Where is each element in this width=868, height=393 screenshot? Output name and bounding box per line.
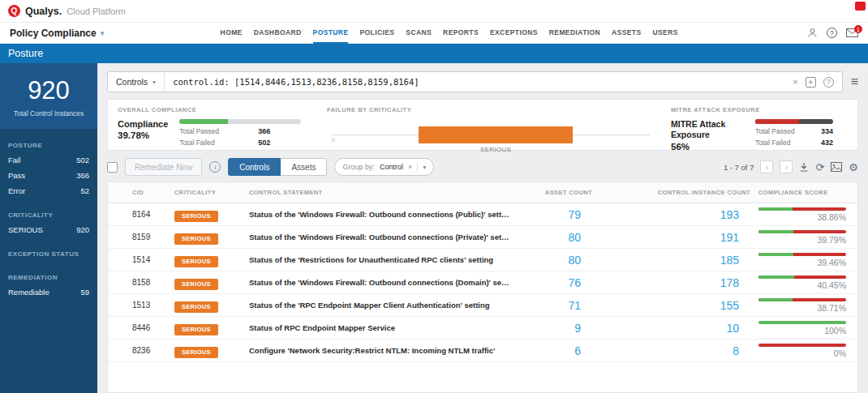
control-statement-link[interactable]: Configure 'Network Security:Restrict NTL… [249, 346, 519, 355]
table-row[interactable]: 8164 SERIOUS Status of the 'Windows Fire… [108, 203, 857, 226]
control-statement-link[interactable]: Status of the 'Restrictions for Unauthen… [249, 255, 519, 264]
criticality-badge: SERIOUS [174, 301, 218, 313]
instance-count-link[interactable]: 8 [600, 344, 758, 357]
group-by-chip[interactable]: Group by: Control × ▾ [334, 158, 434, 176]
col-statement[interactable]: CONTROL STATEMENT [249, 189, 519, 196]
view-toggle-controls[interactable]: Controls [228, 158, 281, 176]
view-toggle-assets[interactable]: Assets [281, 158, 327, 176]
export-image-icon[interactable] [831, 162, 842, 172]
remediate-now-button[interactable]: Remediate Now [125, 158, 202, 176]
table-row[interactable]: 8159 SERIOUS Status of the 'Windows Fire… [108, 226, 857, 249]
control-statement-link[interactable]: Status of the 'Windows Firewall: Outboun… [249, 278, 519, 287]
mail-badge: 1 [854, 25, 862, 33]
remove-group-by-icon[interactable]: × [408, 163, 412, 171]
control-statement-link[interactable]: Status of the 'Windows Firewall: Outboun… [249, 210, 519, 219]
facet-item-fail[interactable]: Fail 502 [0, 152, 97, 168]
nav-item-assets[interactable]: ASSETS [612, 23, 641, 44]
asset-count-link[interactable]: 71 [519, 299, 600, 312]
asset-count-link[interactable]: 6 [519, 344, 600, 357]
table-row[interactable]: 8446 SERIOUS Status of RPC Endpoint Mapp… [108, 317, 857, 340]
failure-axis-zero: 0 [332, 137, 335, 143]
controls-table: CID CRITICALITY CONTROL STATEMENT ASSET … [107, 182, 858, 393]
notifications-button[interactable]: 1 [846, 28, 858, 37]
col-instance-count[interactable]: CONTROL INSTANCE COUNT [600, 189, 758, 196]
serious-failure-bar[interactable] [419, 126, 573, 143]
help-icon[interactable]: ? [827, 28, 837, 38]
nav-item-remediation[interactable]: REMEDIATION [549, 23, 600, 44]
failure-bar-chart: 0 SERIOUS [327, 119, 655, 153]
download-icon[interactable] [799, 162, 809, 172]
asset-count-link[interactable]: 80 [519, 231, 600, 244]
compliance-score-cell: 38.71% [758, 298, 857, 313]
total-value: 920 [5, 76, 92, 105]
asset-count-link[interactable]: 9 [519, 322, 600, 335]
compliance-score-bar [758, 344, 846, 347]
instance-count-link[interactable]: 155 [600, 299, 758, 312]
next-page-button[interactable]: › [780, 160, 793, 173]
control-statement-link[interactable]: Status of RPC Endpoint Mapper Service [249, 323, 519, 332]
search-query-input[interactable] [165, 77, 784, 87]
search-row: Controls ▾ × + ? ≡ [107, 71, 858, 92]
view-toggle: Controls Assets [228, 158, 327, 176]
overall-compliance-title: OVERALL COMPLIANCE [118, 106, 311, 113]
table-row[interactable]: 1513 SERIOUS Status of the 'RPC Endpoint… [108, 294, 857, 317]
asset-count-link[interactable]: 76 [519, 276, 600, 289]
col-criticality[interactable]: CRITICALITY [174, 189, 249, 196]
table-row[interactable]: 1514 SERIOUS Status of the 'Restrictions… [108, 249, 857, 271]
facet-item-pass[interactable]: Pass 366 [0, 168, 97, 183]
select-all-checkbox[interactable] [107, 162, 118, 173]
facet-item-error[interactable]: Error 52 [0, 183, 97, 199]
module-selector[interactable]: Policy Compliance ▾ [10, 28, 156, 39]
asset-count-link[interactable]: 79 [519, 208, 600, 221]
prev-page-button[interactable]: ‹ [760, 160, 773, 173]
criticality-badge: SERIOUS [174, 256, 218, 267]
instance-count-link[interactable]: 193 [600, 208, 758, 221]
info-icon[interactable]: i [209, 161, 221, 173]
compliance-score-bar [758, 321, 846, 324]
corner-notification-badge[interactable] [855, 2, 866, 11]
nav-item-home[interactable]: HOME [221, 23, 243, 44]
compliance-value: 39.78% [118, 130, 168, 140]
qualys-logo-icon: Q [8, 5, 20, 17]
facet-title-criticality: CRITICALITY [8, 211, 89, 219]
col-compliance-score[interactable]: COMPLIANCE SCORE [758, 189, 857, 196]
user-icon[interactable] [807, 28, 818, 38]
nav-item-policies[interactable]: POLICIES [359, 23, 394, 44]
instance-count-link[interactable]: 185 [600, 254, 758, 267]
instance-count-link[interactable]: 191 [600, 231, 758, 244]
group-by-chevron-icon[interactable]: ▾ [423, 164, 426, 171]
facet-item-remediable[interactable]: Remediable 59 [0, 284, 97, 300]
control-statement-link[interactable]: Status of the 'RPC Endpoint Mapper Clien… [249, 301, 519, 310]
total-control-instances: 920 Total Control Instances [0, 63, 97, 129]
criticality-badge: SERIOUS [174, 211, 218, 222]
col-cid[interactable]: CID [132, 189, 174, 196]
nav-item-users[interactable]: USERS [652, 23, 677, 44]
facet-title-posture: POSTURE [8, 142, 89, 149]
nav-item-exceptions[interactable]: EXCEPTIONS [490, 23, 538, 44]
search-help-icon[interactable]: ? [823, 77, 834, 88]
topbar: Q Qualys. Cloud Platform [0, 0, 868, 23]
search-scope-dropdown[interactable]: Controls ▾ [108, 72, 165, 92]
menu-icon[interactable]: ≡ [851, 75, 858, 89]
compliance-score-cell: 0% [758, 344, 857, 358]
mitre-progress-bar [755, 119, 833, 124]
summary-card: OVERALL COMPLIANCE Compliance 39.78% Tot… [107, 99, 858, 151]
compliance-progress-bar [179, 119, 301, 124]
asset-count-link[interactable]: 80 [519, 254, 600, 267]
control-statement-link[interactable]: Status of the 'Windows Firewall: Outboun… [249, 233, 519, 241]
table-row[interactable]: 8236 SERIOUS Configure 'Network Security… [108, 340, 857, 362]
add-to-dashboard-icon[interactable]: + [806, 77, 816, 88]
instance-count-link[interactable]: 10 [600, 322, 758, 335]
col-asset-count[interactable]: ASSET COUNT [519, 189, 600, 196]
clear-search-icon[interactable]: × [793, 77, 797, 87]
nav-item-reports[interactable]: REPORTS [443, 23, 479, 44]
facet-item-serious[interactable]: SERIOUS 920 [0, 222, 97, 237]
nav-item-dashboard[interactable]: DASHBOARD [254, 23, 302, 44]
table-row[interactable]: 8158 SERIOUS Status of the 'Windows Fire… [108, 271, 857, 294]
instance-count-link[interactable]: 178 [600, 276, 758, 289]
settings-gear-icon[interactable]: ⚙ [849, 162, 858, 173]
nav-item-posture[interactable]: POSTURE [313, 23, 349, 44]
nav-item-scans[interactable]: SCANS [406, 23, 432, 44]
compliance-score-cell: 100% [758, 321, 857, 335]
refresh-icon[interactable]: ⟳ [815, 162, 824, 173]
